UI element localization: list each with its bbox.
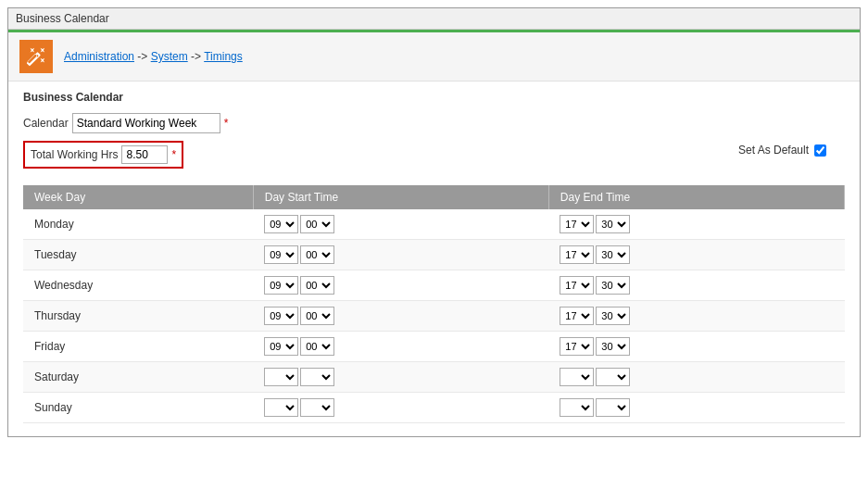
set-default-label: Set As Default xyxy=(738,144,809,157)
end-time-group: 0102030405060708091011121314151617181920… xyxy=(560,337,630,356)
col-start: Day Start Time xyxy=(253,185,548,209)
breadcrumb-system[interactable]: System xyxy=(151,50,188,63)
table-row: Saturday01020304050607080910111213141516… xyxy=(23,362,845,393)
table-row: Sunday0102030405060708091011121314151617… xyxy=(23,393,845,423)
end-min-sunday[interactable]: 00153045 xyxy=(596,398,630,417)
start-time-cell: 0102030405060708091011121314151617181920… xyxy=(253,270,548,301)
start-hour-friday[interactable]: 0102030405060708091011121314151617181920… xyxy=(264,337,298,356)
end-min-tuesday[interactable]: 00153045 xyxy=(596,245,630,264)
start-hour-monday[interactable]: 0102030405060708091011121314151617181920… xyxy=(264,215,298,233)
end-min-saturday[interactable]: 00153045 xyxy=(596,368,630,386)
col-end: Day End Time xyxy=(548,185,844,209)
start-time-group: 0102030405060708091011121314151617181920… xyxy=(264,215,334,233)
start-time-group: 0102030405060708091011121314151617181920… xyxy=(264,368,334,386)
set-default-section: Set As Default xyxy=(738,144,845,157)
end-hour-sunday[interactable]: 0102030405060708091011121314151617181920… xyxy=(560,398,594,417)
total-hrs-box: Total Working Hrs * xyxy=(23,141,183,169)
start-min-saturday[interactable]: 00153045 xyxy=(300,368,334,386)
breadcrumb-admin[interactable]: Administration xyxy=(64,50,134,63)
end-time-group: 0102030405060708091011121314151617181920… xyxy=(560,276,630,295)
set-default-checkbox[interactable] xyxy=(814,144,826,157)
start-hour-sunday[interactable]: 0102030405060708091011121314151617181920… xyxy=(264,398,298,417)
calendar-input[interactable] xyxy=(72,113,220,133)
start-min-sunday[interactable]: 00153045 xyxy=(300,398,334,417)
day-cell: Friday xyxy=(23,332,253,362)
breadcrumb-arrow1: -> xyxy=(134,50,151,63)
breadcrumb: Administration -> System -> Timings xyxy=(64,50,243,63)
title-bar: Business Calendar xyxy=(8,8,860,30)
start-time-cell: 0102030405060708091011121314151617181920… xyxy=(253,393,548,423)
end-time-cell: 0102030405060708091011121314151617181920… xyxy=(548,301,844,332)
section-title: Business Calendar xyxy=(23,91,845,104)
form-area: Business Calendar Calendar * Total Worki… xyxy=(8,82,860,180)
table-row: Thursday01020304050607080910111213141516… xyxy=(23,301,845,332)
end-hour-wednesday[interactable]: 0102030405060708091011121314151617181920… xyxy=(560,276,594,295)
end-hour-monday[interactable]: 0102030405060708091011121314151617181920… xyxy=(560,215,594,233)
col-weekday: Week Day xyxy=(23,185,253,209)
calendar-row: Calendar * xyxy=(23,113,845,133)
end-min-thursday[interactable]: 00153045 xyxy=(596,307,630,325)
schedule-section: Week Day Day Start Time Day End Time Mon… xyxy=(8,185,860,436)
start-min-tuesday[interactable]: 00153045 xyxy=(300,245,334,264)
table-header-row: Week Day Day Start Time Day End Time xyxy=(23,185,845,209)
end-time-group: 0102030405060708091011121314151617181920… xyxy=(560,245,630,264)
end-min-wednesday[interactable]: 00153045 xyxy=(596,276,630,295)
end-min-friday[interactable]: 00153045 xyxy=(596,337,630,356)
start-min-friday[interactable]: 00153045 xyxy=(300,337,334,356)
start-time-group: 0102030405060708091011121314151617181920… xyxy=(264,276,334,295)
end-time-group: 0102030405060708091011121314151617181920… xyxy=(560,398,630,417)
table-row: Monday0102030405060708091011121314151617… xyxy=(23,209,845,240)
start-hour-tuesday[interactable]: 0102030405060708091011121314151617181920… xyxy=(264,245,298,264)
start-hour-thursday[interactable]: 0102030405060708091011121314151617181920… xyxy=(264,307,298,325)
end-time-cell: 0102030405060708091011121314151617181920… xyxy=(548,209,844,240)
start-time-group: 0102030405060708091011121314151617181920… xyxy=(264,398,334,417)
schedule-table: Week Day Day Start Time Day End Time Mon… xyxy=(23,185,845,423)
total-hrs-input[interactable] xyxy=(121,145,168,164)
header-section: Administration -> System -> Timings xyxy=(8,32,860,82)
end-hour-tuesday[interactable]: 0102030405060708091011121314151617181920… xyxy=(560,245,594,264)
end-min-monday[interactable]: 00153045 xyxy=(596,215,630,233)
day-cell: Thursday xyxy=(23,301,253,332)
start-time-cell: 0102030405060708091011121314151617181920… xyxy=(253,240,548,270)
start-time-group: 0102030405060708091011121314151617181920… xyxy=(264,337,334,356)
start-time-group: 0102030405060708091011121314151617181920… xyxy=(264,307,334,325)
end-time-cell: 0102030405060708091011121314151617181920… xyxy=(548,270,844,301)
calendar-required: * xyxy=(224,117,229,130)
breadcrumb-timings[interactable]: Timings xyxy=(204,50,243,63)
total-hrs-required: * xyxy=(171,148,176,161)
end-time-group: 0102030405060708091011121314151617181920… xyxy=(560,307,630,325)
start-hour-saturday[interactable]: 0102030405060708091011121314151617181920… xyxy=(264,368,298,386)
end-hour-friday[interactable]: 0102030405060708091011121314151617181920… xyxy=(560,337,594,356)
start-time-cell: 0102030405060708091011121314151617181920… xyxy=(253,301,548,332)
app-icon xyxy=(19,40,53,73)
day-cell: Tuesday xyxy=(23,240,253,270)
end-hour-thursday[interactable]: 0102030405060708091011121314151617181920… xyxy=(560,307,594,325)
calendar-label: Calendar xyxy=(23,117,69,130)
end-time-cell: 0102030405060708091011121314151617181920… xyxy=(548,393,844,423)
table-row: Tuesday010203040506070809101112131415161… xyxy=(23,240,845,270)
end-hour-saturday[interactable]: 0102030405060708091011121314151617181920… xyxy=(560,368,594,386)
start-min-monday[interactable]: 00153045 xyxy=(300,215,334,233)
main-container: Business Calendar Administration -> Syst… xyxy=(7,7,861,437)
start-time-cell: 0102030405060708091011121314151617181920… xyxy=(253,209,548,240)
start-min-thursday[interactable]: 00153045 xyxy=(300,307,334,325)
table-row: Wednesday0102030405060708091011121314151… xyxy=(23,270,845,301)
start-time-group: 0102030405060708091011121314151617181920… xyxy=(264,245,334,264)
window-title: Business Calendar xyxy=(16,12,109,25)
end-time-cell: 0102030405060708091011121314151617181920… xyxy=(548,240,844,270)
end-time-group: 0102030405060708091011121314151617181920… xyxy=(560,215,630,233)
start-min-wednesday[interactable]: 00153045 xyxy=(300,276,334,295)
start-time-cell: 0102030405060708091011121314151617181920… xyxy=(253,362,548,393)
tools-icon xyxy=(26,46,46,67)
day-cell: Wednesday xyxy=(23,270,253,301)
total-hrs-row: Total Working Hrs * Set As Default xyxy=(23,141,845,169)
table-row: Friday0102030405060708091011121314151617… xyxy=(23,332,845,362)
breadcrumb-arrow2: -> xyxy=(188,50,204,63)
day-cell: Monday xyxy=(23,209,253,240)
end-time-cell: 0102030405060708091011121314151617181920… xyxy=(548,362,844,393)
day-cell: Saturday xyxy=(23,362,253,393)
day-cell: Sunday xyxy=(23,393,253,423)
end-time-group: 0102030405060708091011121314151617181920… xyxy=(560,368,630,386)
start-hour-wednesday[interactable]: 0102030405060708091011121314151617181920… xyxy=(264,276,298,295)
total-hrs-label: Total Working Hrs xyxy=(31,148,118,161)
